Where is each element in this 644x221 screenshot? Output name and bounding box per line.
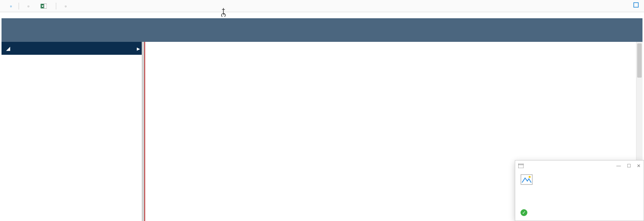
netronic-promoted-menu[interactable]: ▫ bbox=[24, 3, 32, 9]
chevron-down-icon: ▫ bbox=[65, 3, 66, 9]
cursor-icon bbox=[221, 8, 229, 17]
chevron-right-icon: ▶ bbox=[137, 46, 140, 51]
sidebar-title bbox=[2, 18, 144, 42]
image-icon bbox=[521, 174, 533, 185]
expand-icon[interactable] bbox=[633, 2, 639, 9]
window-icon bbox=[518, 164, 524, 168]
svg-rect-3 bbox=[518, 164, 524, 168]
download-notification: — ☐ ✕ ✓ bbox=[515, 160, 644, 221]
svg-point-6 bbox=[528, 176, 530, 178]
excel-icon bbox=[41, 3, 47, 9]
minimize-button[interactable]: — bbox=[616, 163, 621, 169]
collapse-icon: ◢ bbox=[6, 45, 10, 51]
chevron-down-icon: ▫ bbox=[27, 3, 29, 9]
sidebar-scroll-gutter bbox=[142, 42, 144, 221]
chevron-down-icon: ▫ bbox=[10, 3, 12, 9]
actions-menu[interactable]: ▫ bbox=[61, 3, 69, 9]
timeline-header bbox=[144, 18, 642, 42]
sidebar: ◢ ▶ bbox=[2, 18, 144, 221]
scrollbar-thumb[interactable] bbox=[637, 43, 642, 78]
close-button[interactable]: ✕ bbox=[637, 163, 641, 169]
notif-titlebar[interactable]: — ☐ ✕ bbox=[515, 161, 644, 171]
current-date-line bbox=[144, 42, 145, 221]
command-bar: ▫ ▫ ▫ bbox=[0, 0, 644, 12]
svg-rect-2 bbox=[634, 3, 638, 7]
filter-all[interactable]: ▫ bbox=[6, 3, 14, 9]
svg-rect-1 bbox=[44, 4, 47, 8]
open-in-excel-button[interactable] bbox=[38, 3, 51, 9]
separator bbox=[19, 3, 19, 10]
separator bbox=[56, 3, 56, 10]
maximize-button[interactable]: ☐ bbox=[627, 163, 631, 169]
sidebar-group-nogroup[interactable]: ◢ ▶ bbox=[2, 42, 144, 55]
success-icon: ✓ bbox=[521, 209, 527, 216]
